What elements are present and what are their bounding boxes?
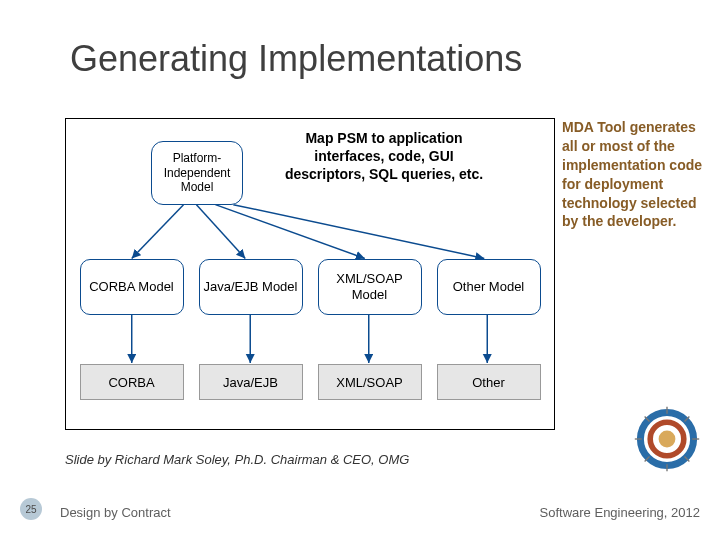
model-node-xmlsoap: XML/SOAP Model [318,259,422,315]
page-number: 25 [20,498,42,520]
impl-node-xmlsoap: XML/SOAP [318,364,422,400]
impl-node-javaejb: Java/EJB [199,364,303,400]
model-row: CORBA Model Java/EJB Model XML/SOAP Mode… [66,259,554,315]
svg-line-1 [196,205,245,259]
model-node-other: Other Model [437,259,541,315]
svg-point-10 [659,431,676,448]
slide-title: Generating Implementations [70,38,690,80]
slide-credit: Slide by Richard Mark Soley, Ph.D. Chair… [65,452,409,467]
pim-node: Platform-Independent Model [151,141,243,205]
svg-line-3 [233,205,484,259]
impl-node-corba: CORBA [80,364,184,400]
svg-line-2 [215,205,364,259]
footer-left: Design by Contract [60,505,171,520]
mda-logo-icon [632,404,702,474]
diagram-frame: Platform-Independent Model Map PSM to ap… [65,118,555,430]
psm-note: Map PSM to application interfaces, code,… [284,129,484,184]
model-node-javaejb: Java/EJB Model [199,259,303,315]
svg-line-0 [132,205,184,259]
impl-row: CORBA Java/EJB XML/SOAP Other [66,364,554,400]
slide: Generating Implementations Platform-Inde… [0,0,720,540]
impl-node-other: Other [437,364,541,400]
footer-right: Software Engineering, 2012 [540,505,700,520]
model-node-corba: CORBA Model [80,259,184,315]
right-note: MDA Tool generates all or most of the im… [562,118,712,231]
